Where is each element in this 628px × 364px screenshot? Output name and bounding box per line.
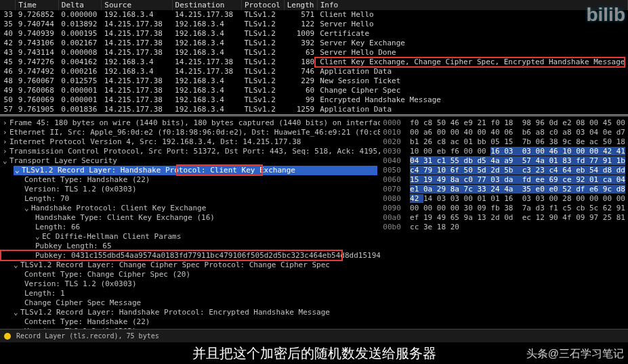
col-no[interactable]	[0, 0, 16, 10]
packet-details-pane[interactable]: Frame 45: 180 bytes on wire (1440 bits),…	[0, 117, 380, 334]
packet-row[interactable]: 439.7431140.00000814.215.177.38192.168.3…	[0, 48, 628, 58]
tree-r2-ver[interactable]: Version: TLS 1.2 (0x0303)	[3, 279, 377, 289]
col-dest[interactable]: Destination	[172, 0, 241, 10]
tree-length[interactable]: Length: 70	[3, 194, 377, 204]
hex-row[interactable]: 0010 00 a6 00 00 40 00 40 06 b6 a8 c0 a8…	[383, 128, 625, 137]
packet-list[interactable]: Time Delta Source Destination Protocol L…	[0, 0, 628, 114]
tree-handshake-proto[interactable]: Handshake Protocol: Client Key Exchange	[3, 204, 377, 213]
hex-dump-pane[interactable]: 0000 f0 c8 50 46 e9 21 f0 18 98 96 0d e2…	[380, 117, 628, 334]
tree-ecdh-params[interactable]: EC Diffie-Hellman Client Params	[3, 232, 377, 242]
hex-row[interactable]: 0080 42 14 03 03 00 01 01 16 03 03 00 28…	[383, 194, 625, 204]
tree-version[interactable]: Version: TLS 1.2 (0x0303)	[3, 185, 377, 194]
packet-row[interactable]: 579.7619050.00183614.215.177.38192.168.3…	[0, 105, 628, 114]
col-delta[interactable]: Delta	[58, 0, 102, 10]
packet-row[interactable]: 429.7431060.00216714.215.177.38192.168.3…	[0, 39, 628, 48]
tree-pubkey-length[interactable]: Pubkey Length: 65	[3, 242, 377, 251]
video-caption: 并且把这个加密后的随机数发送给服务器	[0, 342, 628, 364]
col-time[interactable]: Time	[16, 0, 59, 10]
col-length[interactable]: Length	[284, 0, 317, 10]
hex-row[interactable]: 0020 b1 26 c8 ac 01 bb 05 15 7b 06 38 9c…	[383, 137, 625, 147]
tree-frame[interactable]: Frame 45: 180 bytes on wire (1440 bits),…	[3, 118, 377, 128]
hex-row[interactable]: 0000 f0 c8 50 46 e9 21 f0 18 98 96 0d e2…	[383, 118, 625, 128]
tree-r2-msg[interactable]: Change Cipher Spec Message	[3, 298, 377, 308]
packet-rows[interactable]: 339.7268520.000000192.168.3.414.215.177.…	[0, 10, 628, 114]
tree-ip[interactable]: Internet Protocol Version 4, Src: 192.16…	[3, 137, 377, 147]
packet-row[interactable]: 509.7600690.00000114.215.177.38192.168.3…	[0, 95, 628, 105]
tree-record-1[interactable]: TLSv1.2 Record Layer: Handshake Protocol…	[14, 166, 377, 175]
hex-row[interactable]: 00a0 ef 19 49 65 9a 13 2d 0d ec 12 90 4f…	[383, 213, 625, 223]
packet-row[interactable]: 499.7600680.00000114.215.177.38192.168.3…	[0, 86, 628, 95]
packet-row[interactable]: 489.7600670.01257514.215.177.38192.168.3…	[0, 76, 628, 86]
tree-r3-ct[interactable]: Content Type: Handshake (22)	[3, 317, 377, 327]
tree-handshake-length[interactable]: Length: 66	[3, 223, 377, 232]
tree-r2-ct[interactable]: Content Type: Change Cipher Spec (20)	[3, 270, 377, 279]
hex-row[interactable]: 0050 c4 79 10 6f 50 5d 2d 5b c3 23 c4 64…	[383, 166, 625, 175]
col-source[interactable]: Source	[102, 0, 172, 10]
tree-r2-len[interactable]: Length: 1	[3, 289, 377, 298]
packet-row[interactable]: 469.7474920.000216192.168.3.414.215.177.…	[0, 67, 628, 76]
tree-ethernet[interactable]: Ethernet II, Src: Apple_96:0d:e2 (f0:18:…	[3, 128, 377, 137]
hex-row[interactable]: 0060 15 19 49 8a c0 77 03 da fd ee 69 ce…	[383, 175, 625, 185]
col-info[interactable]: Info	[317, 0, 627, 10]
packet-row[interactable]: 459.7472760.004162192.168.3.414.215.177.…	[0, 58, 628, 67]
status-bar: Record Layer (tls.record), 75 bytes	[0, 329, 628, 342]
author-attribution: 头条@三石学习笔记	[526, 347, 624, 361]
hex-row[interactable]: 0030 10 00 eb f6 00 00 16 03 03 00 46 10…	[383, 147, 625, 156]
packet-row[interactable]: 359.7407440.01389214.215.177.38192.168.3…	[0, 20, 628, 29]
hex-row[interactable]: 0070 e1 0a 29 8a 7c 33 24 4a 35 e0 e0 52…	[383, 185, 625, 194]
tree-tcp[interactable]: Transmission Control Protocol, Src Port:…	[3, 147, 377, 156]
packet-row[interactable]: 409.7409390.00019514.215.177.38192.168.3…	[0, 29, 628, 39]
tree-record-3[interactable]: TLSv1.2 Record Layer: Handshake Protocol…	[3, 308, 377, 317]
status-text: Record Layer (tls.record), 75 bytes	[16, 332, 159, 340]
packet-list-header: Time Delta Source Destination Protocol L…	[0, 0, 628, 10]
tree-record-2[interactable]: TLSv1.2 Record Layer: Change Cipher Spec…	[3, 260, 377, 270]
tree-tls[interactable]: Transport Layer Security	[3, 156, 377, 166]
hex-row[interactable]: 0040 04 31 c1 55 db d5 4a a9 57 4a 01 83…	[383, 156, 625, 166]
col-protocol[interactable]: Protocol	[241, 0, 284, 10]
packet-row[interactable]: 339.7268520.000000192.168.3.414.215.177.…	[0, 10, 628, 20]
hex-row[interactable]: 00b0 cc 3e 18 20	[383, 223, 625, 232]
hex-row[interactable]: 0090 00 00 00 00 30 09 fb 38 7a d3 f1 c5…	[383, 204, 625, 213]
capture-status-icon	[4, 333, 11, 340]
tree-handshake-type[interactable]: Handshake Type: Client Key Exchange (16)	[3, 213, 377, 223]
tree-pubkey[interactable]: Pubkey: 0431c155dbd54aa9574a0183fd77911b…	[3, 251, 377, 260]
tree-content-type[interactable]: Content Type: Handshake (22)	[3, 175, 377, 185]
